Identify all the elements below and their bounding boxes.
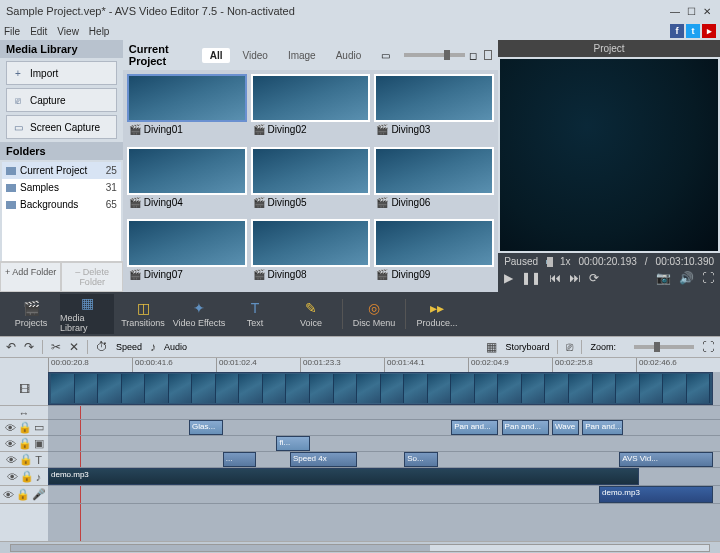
- text-track-header[interactable]: 👁🔒T: [0, 452, 48, 468]
- youtube-icon[interactable]: ▸: [702, 24, 716, 38]
- delete-button[interactable]: ✕: [69, 340, 79, 354]
- thumbnail[interactable]: [374, 219, 494, 267]
- timeline-clip[interactable]: AVS Vid...: [619, 452, 713, 467]
- snapshot-button[interactable]: 📷: [656, 271, 671, 285]
- thumbnail-cell[interactable]: 🎬Diving09: [374, 219, 494, 288]
- import-button[interactable]: +Import: [6, 61, 117, 85]
- thumbnail-cell[interactable]: 🎬Diving03: [374, 74, 494, 143]
- timeline-clip[interactable]: So...: [404, 452, 438, 467]
- folder-row[interactable]: Backgrounds65: [2, 196, 121, 213]
- screen-capture-button[interactable]: ▭Screen Capture: [6, 115, 117, 139]
- twitter-icon[interactable]: t: [686, 24, 700, 38]
- audio-track-2[interactable]: demo.mp3: [48, 486, 720, 504]
- thumbnail[interactable]: [374, 74, 494, 122]
- tab-audio[interactable]: Audio: [328, 48, 370, 63]
- thumbnail[interactable]: [251, 74, 371, 122]
- overlay-track-header[interactable]: 👁🔒▣: [0, 436, 48, 452]
- next-frame-button[interactable]: ⏭: [569, 271, 581, 285]
- maximize-button[interactable]: ☐: [684, 5, 698, 17]
- audio1-track-header[interactable]: 👁🔒♪: [0, 468, 48, 486]
- thumbnail-cell[interactable]: 🎬Diving02: [251, 74, 371, 143]
- timeline-clip[interactable]: fi...: [276, 436, 310, 451]
- menu-view[interactable]: View: [57, 26, 79, 37]
- prev-frame-button[interactable]: ⏮: [549, 271, 561, 285]
- projects-button[interactable]: 🎬Projects: [4, 294, 58, 334]
- volume-button[interactable]: 🔊: [679, 271, 694, 285]
- thumbnail-cell[interactable]: 🎬Diving06: [374, 147, 494, 216]
- seek-bar[interactable]: [546, 260, 552, 264]
- undo-button[interactable]: ↶: [6, 340, 16, 354]
- stop-button[interactable]: ⟳: [589, 271, 599, 285]
- transitions-button[interactable]: ◫Transitions: [116, 294, 170, 334]
- tab-all[interactable]: All: [202, 48, 231, 63]
- menu-help[interactable]: Help: [89, 26, 110, 37]
- media-library-button[interactable]: ▦Media Library: [60, 294, 114, 334]
- text-button[interactable]: TText: [228, 294, 282, 334]
- timeline-zoom-slider[interactable]: [634, 345, 694, 349]
- pause-button[interactable]: ❚❚: [521, 271, 541, 285]
- timeline-clip[interactable]: Pan and...: [582, 420, 622, 435]
- capture-button[interactable]: ⎚Capture: [6, 88, 117, 112]
- thumbnail-cell[interactable]: 🎬Diving01: [127, 74, 247, 143]
- redo-button[interactable]: ↷: [24, 340, 34, 354]
- fullscreen-button[interactable]: ⛶: [702, 271, 714, 285]
- disc-menu-button[interactable]: ◎Disc Menu: [347, 294, 401, 334]
- produce--button[interactable]: ▸▸Produce...: [410, 294, 464, 334]
- close-button[interactable]: ✕: [700, 5, 714, 17]
- tab-image[interactable]: Image: [280, 48, 324, 63]
- timeline-body[interactable]: Glas...Pan and...Pan and...WavePan and..…: [48, 372, 720, 541]
- zoom-out-icon[interactable]: ▭: [381, 50, 390, 61]
- tab-video[interactable]: Video: [234, 48, 275, 63]
- video-track[interactable]: [48, 372, 720, 406]
- thumbnail[interactable]: [127, 147, 247, 195]
- timeline-clip[interactable]: Speed 4x: [290, 452, 357, 467]
- audio-track-1[interactable]: demo.mp3: [48, 468, 720, 486]
- audio-clip[interactable]: demo.mp3: [599, 486, 713, 503]
- timeline-clip[interactable]: Pan and...: [451, 420, 498, 435]
- menu-file[interactable]: File: [4, 26, 20, 37]
- thumbnail-cell[interactable]: 🎬Diving05: [251, 147, 371, 216]
- thumbnail[interactable]: [374, 147, 494, 195]
- grid-view-icon[interactable]: [484, 50, 492, 60]
- facebook-icon[interactable]: f: [670, 24, 684, 38]
- audio-button[interactable]: Audio: [164, 342, 187, 352]
- menu-edit[interactable]: Edit: [30, 26, 47, 37]
- cut-button[interactable]: ✂: [51, 340, 61, 354]
- timeline-track[interactable]: fi...: [48, 436, 720, 452]
- timeline-clip[interactable]: Glas...: [189, 420, 223, 435]
- delete-folder-button[interactable]: – Delete Folder: [61, 262, 122, 292]
- effects-track-header[interactable]: 👁🔒▭: [0, 420, 48, 436]
- thumbnail-zoom-slider[interactable]: [404, 53, 465, 57]
- voice-button[interactable]: ✎Voice: [284, 294, 338, 334]
- fit-button[interactable]: ⛶: [702, 340, 714, 354]
- thumbnail-cell[interactable]: 🎬Diving04: [127, 147, 247, 216]
- timeline-track[interactable]: ...Speed 4xSo...AVS Vid...: [48, 452, 720, 468]
- folder-row[interactable]: Current Project25: [2, 162, 121, 179]
- timeline-clip[interactable]: ...: [223, 452, 257, 467]
- add-folder-button[interactable]: + Add Folder: [0, 262, 61, 292]
- mixer-icon[interactable]: ⎚: [566, 340, 573, 354]
- video-effects-button[interactable]: ✦Video Effects: [172, 294, 226, 334]
- audio2-track-header[interactable]: 👁🔒🎤: [0, 486, 48, 504]
- thumbnail-cell[interactable]: 🎬Diving07: [127, 219, 247, 288]
- folder-row[interactable]: Samples31: [2, 179, 121, 196]
- thumbnail-cell[interactable]: 🎬Diving08: [251, 219, 371, 288]
- minimize-button[interactable]: —: [668, 5, 682, 17]
- storyboard-button[interactable]: Storyboard: [505, 342, 549, 352]
- thumbnail[interactable]: [127, 219, 247, 267]
- thumbnail[interactable]: [127, 74, 247, 122]
- time-ruler[interactable]: 00:00:20.800:00:41.600:01:02.400:01:23.3…: [0, 358, 720, 372]
- timeline-clip[interactable]: Pan and...: [502, 420, 549, 435]
- thumbnail[interactable]: [251, 147, 371, 195]
- preview-screen[interactable]: [500, 59, 718, 251]
- timeline-clip[interactable]: Wave: [552, 420, 579, 435]
- play-button[interactable]: ▶: [504, 271, 513, 285]
- audio-clip[interactable]: demo.mp3: [48, 468, 639, 485]
- video-track-header[interactable]: 🎞: [0, 372, 48, 406]
- thumbnail[interactable]: [251, 219, 371, 267]
- timeline-track[interactable]: Glas...Pan and...Pan and...WavePan and..…: [48, 420, 720, 436]
- transition-track[interactable]: [48, 406, 720, 420]
- timeline-scrollbar[interactable]: [0, 541, 720, 553]
- speed-button[interactable]: Speed: [116, 342, 142, 352]
- zoom-in-icon[interactable]: ◻: [469, 50, 477, 61]
